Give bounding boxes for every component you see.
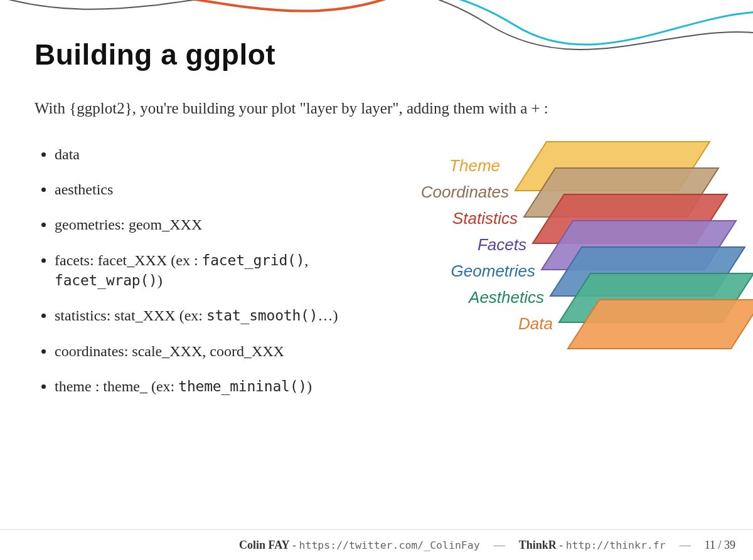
code-snippet: stat_smooth()	[206, 307, 318, 324]
footer-separator: —	[680, 539, 691, 552]
list-item: coordinates: scale_XXX, coord_XXX	[55, 341, 381, 361]
list-item-text: …)	[318, 307, 338, 324]
list-item-text: data	[55, 146, 80, 162]
code-snippet: theme_mininal()	[178, 378, 307, 394]
list-item-text: facets: facet_XXX (ex :	[55, 252, 202, 268]
footer-separator: —	[494, 539, 505, 552]
list-item-text: geometries: geom_XXX	[55, 216, 202, 233]
list-item: data	[55, 144, 381, 164]
list-item-text: coordinates: scale_XXX, coord_XXX	[55, 343, 284, 359]
page-current: 11	[705, 539, 715, 551]
list-item-text: theme : theme_ (ex:	[55, 378, 178, 394]
slide: Building a ggplot With {ggplot2}, you're…	[0, 0, 753, 560]
layer-bullet-list: data aesthetics geometries: geom_XXX fac…	[35, 144, 381, 412]
list-item-text: aesthetics	[55, 181, 113, 198]
list-item: statistics: stat_XXX (ex: stat_smooth()……	[55, 305, 381, 325]
footer-org-url: http://thinkr.fr	[566, 539, 666, 551]
footer-author: Colin FAY - https://twitter.com/_ColinFa…	[239, 539, 480, 552]
footer-org-name: ThinkR	[519, 539, 557, 551]
slide-lead: With {ggplot2}, you're building your plo…	[35, 97, 718, 120]
list-item-text: statistics: stat_XXX (ex:	[55, 307, 206, 324]
layer-row: Data	[446, 296, 753, 352]
slide-title: Building a ggplot	[35, 38, 718, 71]
layer-label: Data	[446, 314, 562, 334]
list-item: geometries: geom_XXX	[55, 214, 381, 235]
content-columns: data aesthetics geometries: geom_XXX fac…	[35, 144, 718, 412]
footer-org: ThinkR - http://thinkr.fr	[519, 539, 666, 552]
list-item: theme : theme_ (ex: theme_mininal())	[55, 376, 381, 396]
page-total: 39	[724, 539, 735, 551]
footer-author-url: https://twitter.com/_ColinFay	[299, 539, 480, 551]
list-item-text: ,	[304, 252, 308, 268]
list-item: aesthetics	[55, 179, 381, 199]
slide-footer: Colin FAY - https://twitter.com/_ColinFa…	[0, 529, 753, 560]
layer-plane-icon	[562, 296, 753, 352]
layer-stack-illustration: ThemeCoordinatesStatisticsFacetsGeometri…	[393, 138, 718, 389]
code-snippet: facet_grid()	[202, 252, 305, 268]
footer-page-indicator: 11 / 39	[705, 539, 735, 552]
list-item: facets: facet_XXX (ex : facet_grid(), fa…	[55, 250, 381, 291]
footer-author-name: Colin FAY	[239, 539, 290, 551]
list-item-text: )	[307, 378, 312, 394]
code-snippet: facet_wrap()	[55, 272, 158, 288]
list-item-text: )	[158, 272, 163, 288]
svg-marker-6	[568, 300, 753, 349]
